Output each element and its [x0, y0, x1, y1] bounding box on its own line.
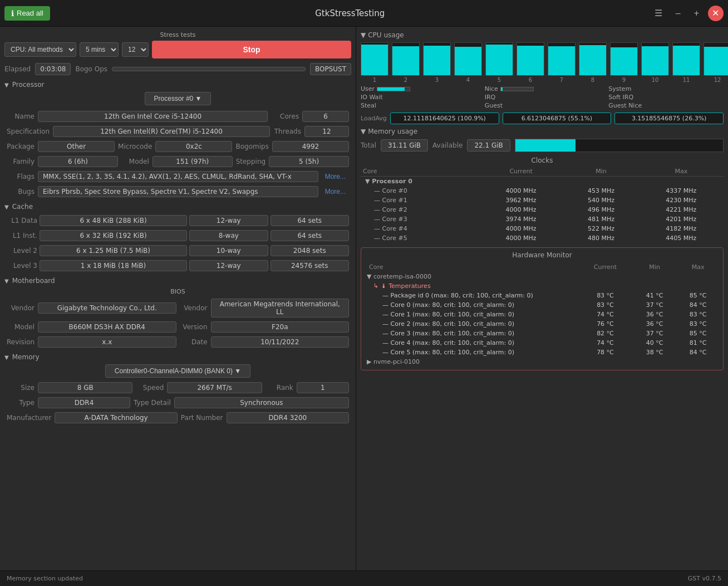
hw-sensor-min: 36 °C — [633, 310, 676, 319]
stop-button[interactable]: Stop — [152, 41, 351, 58]
maximize-button[interactable]: + — [690, 6, 704, 21]
hw-sensor-min: 37 °C — [633, 329, 676, 338]
clocks-core-max: 4337 MHz — [639, 186, 724, 196]
memory-controller-button[interactable]: Controller0-ChannelA-DIMM0 (BANK 0) ▼ — [105, 364, 250, 378]
read-all-button[interactable]: ℹ Read all — [4, 6, 50, 21]
hw-group-row: ↳ 🌡 Temperatures — [365, 281, 720, 291]
right-panel: ▼ CPU usage 1 2 3 4 5 6 — [356, 27, 728, 586]
clocks-core-min: 453 MHz — [563, 186, 638, 196]
mem-manufacturer-label: Manufacturer — [7, 414, 51, 422]
cpu-bar-num: 4 — [466, 77, 470, 83]
read-all-label: Read all — [17, 9, 43, 17]
stress-tests-label: Stress tests — [4, 31, 351, 38]
cpu-bar-outer — [361, 42, 388, 76]
model-label: Model — [121, 158, 149, 165]
bogomips-label: Bogomips — [235, 143, 268, 150]
hw-nvme-row: ▶ nvme-pci-0100 — [365, 357, 720, 367]
hw-device-row: ▼ coretemp-isa-0000 — [365, 272, 720, 281]
hw-sensor-min: 36 °C — [633, 319, 676, 329]
clocks-core-min: 496 MHz — [563, 205, 638, 214]
hw-sensor-name: — Core 4 (max: 80, crit: 100, crit_alarm… — [365, 338, 578, 348]
motherboard-section-header[interactable]: ▼ Motherboard — [4, 277, 351, 285]
mb-model-value: B660M DS3H AX DDR4 — [38, 321, 176, 333]
clocks-core-current: 3962 MHz — [479, 196, 563, 205]
close-button[interactable]: ✕ — [708, 6, 724, 21]
cpu-bar-col: 7 — [548, 42, 575, 83]
memory-usage-section: ▼ Memory usage — [361, 128, 724, 135]
cpu-bar-outer — [454, 42, 482, 76]
hw-sensor-name: — Core 3 (max: 80, crit: 100, crit_alarm… — [365, 329, 578, 338]
processor-dropdown-button[interactable]: Processor #0 ▼ — [145, 92, 211, 105]
l1data-row: L1 Data 6 x 48 KiB (288 KiB) 12-way 64 s… — [4, 214, 351, 227]
guest-legend: Guest — [485, 102, 600, 109]
clocks-core-current: 4000 MHz — [479, 224, 563, 233]
clocks-processor-row: ▼ Processor 0 — [361, 177, 724, 187]
steal-legend-label: Steal — [361, 102, 376, 109]
flags-more-button[interactable]: More... — [322, 172, 349, 182]
cache-section-header[interactable]: ▼ Cache — [4, 203, 351, 211]
processor-section-header[interactable]: ▼ Processor — [4, 81, 351, 89]
hw-sensor-name: — Core 1 (max: 80, crit: 100, crit_alarm… — [365, 310, 578, 319]
processor-section-label: Processor — [12, 81, 45, 89]
status-left: Memory section updated — [7, 575, 83, 582]
cpu-bar-num: 12 — [714, 77, 721, 83]
hw-sensor-name: — Core 5 (max: 80, crit: 100, crit_alarm… — [365, 348, 578, 357]
microcode-label: Microcode — [118, 143, 152, 150]
hw-min-header: Min — [633, 262, 676, 272]
mb-model-label: Model — [7, 323, 35, 331]
level2-size: 6 x 1.25 MiB (7.5 MiB) — [40, 245, 187, 256]
threads-label: Threads — [273, 128, 301, 135]
bugs-more-button[interactable]: More... — [322, 187, 349, 197]
guestnice-legend: Guest Nice — [608, 102, 724, 109]
mem-total-value: 31.11 GiB — [381, 139, 428, 152]
processor-flags-row: Flags MMX, SSE(1, 2, 3, 3S, 4.1, 4.2), A… — [4, 170, 351, 183]
l1inst-way: 8-way — [189, 230, 268, 241]
stress-controls-row: CPU: All methods 5 mins 12 Stop — [4, 41, 351, 58]
memory-section-label: Memory — [12, 353, 40, 361]
bogo-ops-label: Bogo Ops — [75, 65, 107, 73]
menu-button[interactable]: ☰ — [650, 6, 667, 21]
duration-select[interactable]: 5 mins — [80, 42, 119, 57]
processor-arrow-icon: ▼ — [4, 82, 9, 88]
mem-type-value: DDR4 — [38, 397, 130, 408]
memory-section-header[interactable]: ▼ Memory — [4, 353, 351, 361]
bios-version-label: Version — [180, 323, 208, 331]
cpu-bar-num: 3 — [435, 77, 439, 83]
mem-type-detail-value: Synchronous — [174, 397, 349, 408]
titlebar: ℹ Read all GtkStressTesting ☰ – + ✕ — [0, 0, 728, 27]
l1data-size: 6 x 48 KiB (288 KiB) — [40, 215, 187, 226]
cpu-method-select[interactable]: CPU: All methods — [4, 42, 76, 57]
motherboard-arrow-icon: ▼ — [4, 278, 9, 284]
mem-speed-label: Speed — [136, 384, 164, 392]
main-content: Stress tests CPU: All methods 5 mins 12 … — [0, 27, 728, 586]
mb-model-row: Model B660M DS3H AX DDR4 Version F20a — [4, 320, 351, 334]
minimize-button[interactable]: – — [671, 6, 685, 21]
hw-core-header: Core — [365, 262, 578, 272]
clocks-core-current: 3974 MHz — [479, 214, 563, 224]
mem-rank-value: 1 — [297, 382, 349, 393]
l1data-way: 12-way — [189, 215, 268, 226]
titlebar-controls: ☰ – + ✕ — [650, 6, 724, 21]
clocks-table: Core Current Min Max ▼ Processor 0 — Cor… — [361, 167, 724, 243]
model-value: 151 (97h) — [153, 156, 233, 167]
clocks-current-header: Current — [479, 167, 563, 177]
cpu-bar-num: 10 — [652, 77, 659, 83]
hw-sensor-name: — Package id 0 (max: 80, crit: 100, crit… — [365, 291, 578, 300]
hw-sensor-current: 82 °C — [578, 329, 633, 338]
microcode-value: 0x2c — [155, 141, 232, 152]
elapsed-value: 0:03:08 — [35, 63, 71, 75]
cpu-bar-num: 11 — [683, 77, 690, 83]
cpu-bar-outer — [641, 42, 669, 76]
cpu-bar-inner — [517, 46, 544, 75]
threads-select[interactable]: 12 — [122, 42, 149, 57]
memory-size-row: Size 8 GB Speed 2667 MT/s Rank 1 — [4, 381, 351, 394]
mb-vendor-value: Gigabyte Technology Co., Ltd. — [38, 302, 176, 314]
cpu-bar-outer — [423, 42, 451, 76]
bios-vendor-label: Vendor — [180, 304, 208, 312]
user-legend-bar — [377, 87, 410, 91]
clocks-core-current: 4000 MHz — [479, 205, 563, 214]
hw-sensor-max: 83 °C — [676, 319, 720, 329]
mb-revision-value: x.x — [38, 336, 176, 348]
clocks-core-current: 4000 MHz — [479, 186, 563, 196]
hw-sensor-row: — Core 4 (max: 80, crit: 100, crit_alarm… — [365, 338, 720, 348]
